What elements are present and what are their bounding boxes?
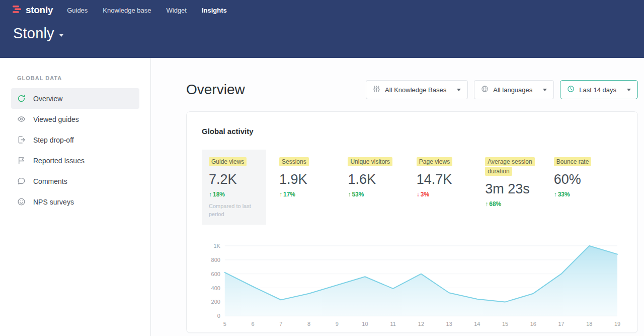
eye-icon <box>17 115 26 123</box>
svg-text:7: 7 <box>279 321 282 327</box>
sidebar-item-label: Comments <box>33 177 67 185</box>
sidebar-item-label: Viewed guides <box>33 115 79 123</box>
metric-label: Average session duration <box>485 157 535 176</box>
stonly-logo-icon <box>12 5 22 16</box>
svg-text:17: 17 <box>558 321 564 327</box>
svg-text:600: 600 <box>211 271 220 277</box>
metric-value: 3m 23s <box>485 181 553 197</box>
svg-text:6: 6 <box>251 321 254 327</box>
filter-label: Last 14 days <box>579 86 616 94</box>
filter-label: All languages <box>493 86 532 94</box>
chevron-down-icon <box>543 89 547 91</box>
trend-arrow-icon: ↑ <box>279 191 282 198</box>
sync-icon <box>17 94 26 103</box>
svg-text:8: 8 <box>307 321 310 327</box>
sliders-icon <box>373 85 380 94</box>
filters: All Knowledge Bases All languages <box>366 80 638 99</box>
top-nav-insights[interactable]: Insights <box>202 7 227 14</box>
svg-text:13: 13 <box>446 321 452 327</box>
svg-text:200: 200 <box>211 299 220 305</box>
svg-text:18: 18 <box>586 321 592 327</box>
metric-value: 60% <box>554 172 622 187</box>
metric-change: ↑18% <box>209 191 259 198</box>
top-nav-knowledge-base[interactable]: Knowledge base <box>103 7 151 14</box>
svg-text:5: 5 <box>223 321 226 327</box>
card-title: Global activity <box>202 127 622 136</box>
trend-arrow-icon: ↑ <box>485 200 488 208</box>
metric-unique-visitors[interactable]: Unique visitors 1.6K ↑53% <box>348 150 416 225</box>
metric-sessions[interactable]: Sessions 1.9K ↑17% <box>279 150 348 225</box>
metric-bounce-rate[interactable]: Bounce rate 60% ↑33% <box>554 150 622 225</box>
metric-note: Compared to last period <box>209 203 257 219</box>
languages-filter[interactable]: All languages <box>474 80 554 99</box>
svg-text:14: 14 <box>474 321 480 327</box>
sidebar-item-comments[interactable]: Comments <box>11 171 139 191</box>
metric-label: Bounce rate <box>554 157 592 166</box>
metric-page-views[interactable]: Page views 14.7K ↓3% <box>417 150 485 225</box>
metric-change: ↑53% <box>348 191 416 198</box>
comment-icon <box>17 177 26 185</box>
metric-change: ↑33% <box>554 191 622 198</box>
sidebar-item-reported-issues[interactable]: Reported Issues <box>11 150 139 171</box>
top-nav: Guides Knowledge base Widget Insights <box>67 7 227 14</box>
sidebar-item-label: NPS surveys <box>33 198 74 206</box>
sidebar-item-overview[interactable]: Overview <box>11 88 139 109</box>
svg-text:19: 19 <box>614 321 620 327</box>
metric-avg-session-duration[interactable]: Average session duration 3m 23s ↑68% <box>485 150 553 225</box>
chevron-down-icon <box>457 89 461 91</box>
metric-value: 1.6K <box>348 172 416 187</box>
metric-change: ↑68% <box>485 200 553 208</box>
main-panel: Overview All Knowledge Bases <box>151 58 644 336</box>
metric-change: ↓3% <box>417 191 485 198</box>
content-area: GLOBAL DATA Overview Viewed guides <box>0 58 644 336</box>
sidebar: GLOBAL DATA Overview Viewed guides <box>0 58 151 336</box>
metric-label: Guide views <box>209 157 247 166</box>
knowledge-bases-filter[interactable]: All Knowledge Bases <box>366 80 468 99</box>
chevron-down-icon <box>627 89 631 91</box>
workspace-selector[interactable]: Stonly <box>0 20 644 42</box>
smiley-icon <box>17 197 26 206</box>
top-nav-widget[interactable]: Widget <box>167 7 187 14</box>
svg-text:400: 400 <box>211 285 220 291</box>
sidebar-item-label: Reported Issues <box>33 157 85 165</box>
svg-text:1K: 1K <box>213 243 220 249</box>
top-nav-bar: stonly Guides Knowledge base Widget Insi… <box>0 0 644 20</box>
workspace-title: Stonly <box>13 25 54 42</box>
metric-guide-views[interactable]: Guide views 7.2K ↑18% Compared to last p… <box>202 150 266 225</box>
filter-label: All Knowledge Bases <box>385 86 446 94</box>
sidebar-item-step-drop-off[interactable]: Step drop-off <box>11 129 139 150</box>
metric-label: Unique visitors <box>348 157 392 166</box>
sidebar-item-nps-surveys[interactable]: NPS surveys <box>11 191 139 212</box>
svg-text:10: 10 <box>362 321 368 327</box>
clock-icon <box>567 85 575 94</box>
metric-value: 1.9K <box>279 172 348 187</box>
step-dropoff-icon <box>17 136 26 144</box>
globe-icon <box>481 85 489 94</box>
stonly-logo[interactable]: stonly <box>12 5 53 16</box>
metric-label: Page views <box>417 157 452 166</box>
chevron-down-icon <box>59 34 63 37</box>
trend-arrow-icon: ↑ <box>554 191 557 198</box>
trend-arrow-icon: ↓ <box>417 191 420 198</box>
metric-change: ↑17% <box>279 191 348 198</box>
svg-text:0: 0 <box>217 313 220 319</box>
top-header: stonly Guides Knowledge base Widget Insi… <box>0 0 644 58</box>
date-range-filter[interactable]: Last 14 days <box>560 80 638 99</box>
metric-value: 7.2K <box>209 172 259 187</box>
top-nav-guides[interactable]: Guides <box>67 7 88 14</box>
global-activity-card: Global activity Guide views 7.2K ↑18% Co… <box>186 111 638 333</box>
svg-text:9: 9 <box>336 321 339 327</box>
sidebar-item-viewed-guides[interactable]: Viewed guides <box>11 109 139 129</box>
trend-arrow-icon: ↑ <box>209 191 212 198</box>
svg-text:800: 800 <box>211 257 220 263</box>
page-title: Overview <box>186 82 245 98</box>
svg-text:15: 15 <box>502 321 508 327</box>
page-header: Overview All Knowledge Bases <box>186 80 638 99</box>
sidebar-item-label: Step drop-off <box>33 136 74 144</box>
svg-text:11: 11 <box>390 321 396 327</box>
metric-value: 14.7K <box>417 172 485 187</box>
svg-text:16: 16 <box>530 321 536 327</box>
svg-text:12: 12 <box>418 321 424 327</box>
area-chart-svg: 02004006008001K5678910111213141516171819 <box>202 240 622 330</box>
activity-chart: 02004006008001K5678910111213141516171819 <box>202 240 622 330</box>
